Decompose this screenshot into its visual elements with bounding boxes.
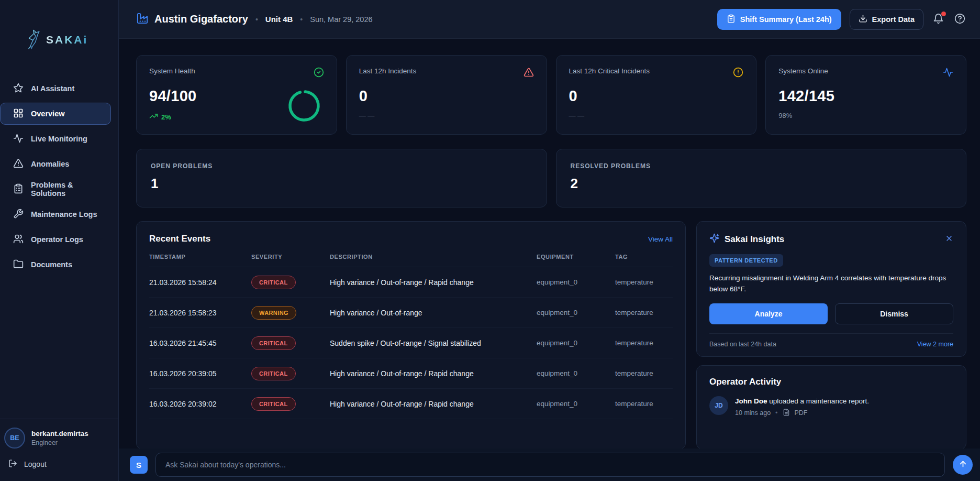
resolved-problems-card: RESOLVED PROBLEMS 2 — [556, 149, 967, 207]
event-equipment: equipment_0 — [537, 278, 615, 286]
activity-time: 10 mins ago — [735, 409, 771, 417]
event-row[interactable]: 16.03.2026 21:45:45 CRITICAL Sudden spik… — [149, 328, 673, 358]
close-button[interactable] — [945, 234, 953, 244]
user-profile[interactable]: BE berkant.demirtas Engineer — [4, 428, 109, 449]
file-text-icon — [783, 409, 790, 418]
download-icon — [859, 14, 867, 25]
page-title: Austin Gigafactory — [154, 13, 248, 25]
help-circle-icon — [954, 18, 965, 26]
recent-events-panel: Recent Events View All TIMESTAMP SEVERIT… — [136, 221, 686, 450]
event-tag: temperature — [615, 339, 673, 347]
view-more-link[interactable]: View 2 more — [917, 341, 953, 348]
operator-avatar: JD — [709, 396, 728, 415]
clipboard-icon — [13, 183, 24, 195]
dismiss-button[interactable]: Dismiss — [835, 303, 953, 324]
sidebar-item-label: Anomalies — [31, 160, 69, 168]
insight-message: Recurring misalignment in Welding Arm 4 … — [709, 273, 953, 295]
insights-title: Sakai Insights — [725, 234, 784, 245]
sidebar-item-operator-logs[interactable]: Operator Logs — [0, 228, 111, 250]
activity-icon — [943, 67, 953, 80]
health-ring-gauge — [287, 89, 321, 123]
problem-label: OPEN PROBLEMS — [151, 162, 532, 170]
sidebar-item-label: Overview — [31, 110, 65, 118]
event-equipment: equipment_0 — [537, 369, 615, 377]
date-label: Sun, Mar 29, 2026 — [310, 15, 372, 24]
sidebar-item-ai-assistant[interactable]: AI Assistant — [0, 78, 111, 100]
activity-icon — [13, 133, 24, 145]
pattern-detected-badge: PATTERN DETECTED — [709, 254, 783, 267]
app-window: SAKAi AI Assistant Overview Live Monitor… — [0, 0, 980, 481]
system-health-card: System Health 94/100 2% — [136, 55, 337, 135]
chat-input[interactable] — [155, 453, 945, 477]
stat-sub: 98% — [778, 112, 953, 119]
problem-value: 2 — [571, 176, 952, 192]
folder-icon — [13, 259, 24, 271]
sidebar-item-live-monitoring[interactable]: Live Monitoring — [0, 128, 111, 150]
event-row[interactable]: 21.03.2026 15:58:23 WARNING High varianc… — [149, 298, 673, 328]
stat-value: 142/145 — [778, 88, 953, 105]
separator-dot: • — [300, 15, 303, 24]
view-all-link[interactable]: View All — [648, 235, 673, 243]
logout-icon — [8, 459, 17, 469]
event-equipment: equipment_0 — [537, 339, 615, 347]
sidebar-nav: AI Assistant Overview Live Monitoring An… — [0, 78, 118, 419]
sidebar-item-label: AI Assistant — [31, 84, 74, 93]
critical-incidents-card: Last 12h Critical Incidents 0 — — — [556, 55, 757, 135]
sidebar-item-maintenance-logs[interactable]: Maintenance Logs — [0, 203, 111, 225]
bell-icon — [933, 18, 944, 26]
event-description: High variance / Out-of-range / Rapid cha… — [330, 400, 537, 408]
send-button[interactable] — [953, 455, 973, 475]
notifications-button[interactable] — [932, 12, 945, 27]
severity-badge: CRITICAL — [251, 367, 296, 380]
export-data-button[interactable]: Export Data — [850, 9, 923, 30]
event-row[interactable]: 21.03.2026 15:58:24 CRITICAL High varian… — [149, 267, 673, 298]
systems-online-card: Systems Online 142/145 98% — [765, 55, 966, 135]
grid-icon — [13, 108, 24, 120]
event-description: Sudden spike / Out-of-range / Signal sta… — [330, 339, 537, 347]
logout-button[interactable]: Logout — [4, 459, 109, 469]
user-avatar: BE — [4, 428, 25, 449]
activity-actor: John Doe — [735, 397, 767, 405]
operator-activity-panel: Operator Activity JD John Doe uploaded a… — [696, 365, 966, 450]
separator-dot: • — [255, 15, 258, 24]
wrench-icon — [13, 209, 24, 221]
analyze-button[interactable]: Analyze — [709, 303, 828, 324]
sidebar-item-anomalies[interactable]: Anomalies — [0, 153, 111, 175]
event-tag: temperature — [615, 400, 673, 408]
event-description: High variance / Out-of-range / Rapid cha… — [330, 369, 537, 378]
event-row[interactable]: 16.03.2026 20:39:02 CRITICAL High varian… — [149, 389, 673, 419]
sidebar-item-documents[interactable]: Documents — [0, 254, 111, 276]
event-row[interactable]: 16.03.2026 20:39:05 CRITICAL High varian… — [149, 358, 673, 389]
activity-file-type: PDF — [795, 409, 808, 417]
user-name: berkant.demirtas — [31, 430, 88, 438]
export-data-label: Export Data — [872, 15, 915, 24]
severity-badge: CRITICAL — [251, 336, 296, 350]
star-icon — [13, 83, 24, 95]
operator-activity-title: Operator Activity — [709, 377, 953, 387]
col-timestamp: TIMESTAMP — [149, 254, 251, 260]
severity-badge: CRITICAL — [251, 397, 296, 411]
sakai-avatar: S — [130, 456, 148, 474]
trending-up-icon — [149, 112, 158, 122]
activity-item: JD John Doe uploaded a maintenance repor… — [709, 396, 953, 418]
alert-circle-icon — [733, 67, 743, 80]
page-header: Austin Gigafactory • Unit 4B • Sun, Mar … — [119, 0, 980, 39]
alert-triangle-icon — [13, 158, 24, 170]
sidebar-item-label: Operator Logs — [31, 235, 83, 244]
users-icon — [13, 234, 24, 246]
incidents-card: Last 12h Incidents 0 — — — [346, 55, 547, 135]
stat-sub: — — — [569, 112, 744, 119]
help-button[interactable] — [953, 12, 966, 27]
col-equipment: EQUIPMENT — [537, 254, 615, 260]
event-equipment: equipment_0 — [537, 400, 615, 408]
shift-summary-button[interactable]: Shift Summary (Last 24h) — [717, 9, 841, 30]
event-tag: temperature — [615, 278, 673, 286]
stats-row: System Health 94/100 2% Last 12h Inciden… — [136, 55, 966, 135]
sidebar-item-label: Live Monitoring — [31, 135, 87, 143]
activity-action: uploaded a maintenance report. — [769, 397, 869, 405]
sidebar-item-overview[interactable]: Overview — [0, 103, 111, 125]
event-tag: temperature — [615, 309, 673, 316]
sidebar-item-problems-solutions[interactable]: Problems & Solutions — [0, 178, 111, 200]
event-description: High variance / Out-of-range — [330, 309, 537, 317]
event-timestamp: 21.03.2026 15:58:23 — [149, 309, 251, 317]
